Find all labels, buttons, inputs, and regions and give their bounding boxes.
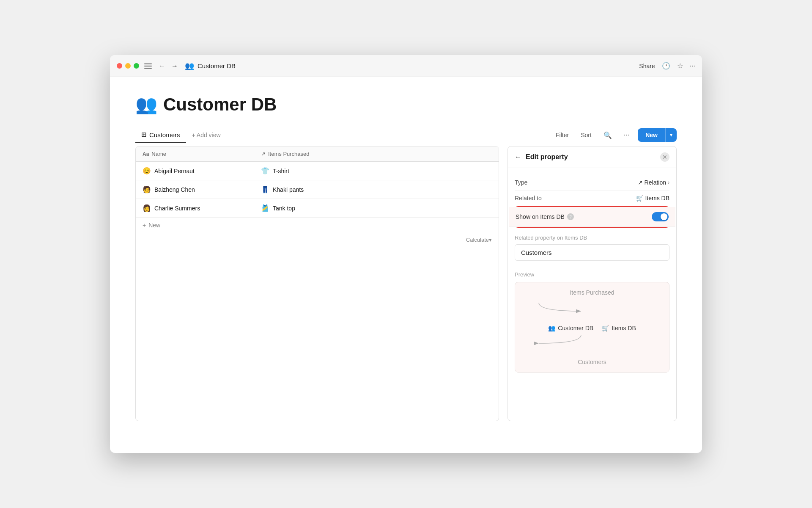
data-table: Aa Name ↗ Items Purchased 😊 Abigail Pern…: [135, 146, 499, 421]
page-content: 👥 Customer DB ⊞ Customers + Add view Fil…: [110, 77, 702, 453]
tab-customers[interactable]: ⊞ Customers: [135, 127, 186, 143]
view-tabs: ⊞ Customers + Add view: [135, 127, 225, 143]
minimize-button[interactable]: [125, 63, 131, 69]
back-button[interactable]: ←: [157, 61, 167, 71]
titlebar-title: 👥 Customer DB: [185, 61, 634, 71]
cell-item-1: 👕 T-shirt: [254, 162, 499, 180]
panel-title: Edit property: [526, 153, 656, 161]
panel-close-button[interactable]: ✕: [660, 152, 669, 162]
panel-body: Type ↗ Relation › Related to 🛒 Items DB: [508, 168, 676, 384]
table-row[interactable]: 🧑 Baizheng Chen 👖 Khaki pants: [136, 180, 499, 199]
preview-section: Preview Items Purchased: [515, 266, 669, 378]
maximize-button[interactable]: [134, 63, 139, 69]
sort-button[interactable]: Sort: [577, 129, 595, 141]
page-emoji: 👥: [135, 94, 157, 115]
view-actions: Filter Sort 🔍 ··· New ▾: [552, 128, 677, 142]
show-on-items-db-section: Show on Items DB ? ←: [515, 206, 669, 228]
show-on-inner: Show on Items DB ? ←: [516, 207, 669, 227]
panel-type-row: Type ↗ Relation ›: [515, 175, 669, 190]
customer-db-emoji: 👥: [548, 325, 555, 331]
main-layout: Aa Name ↗ Items Purchased 😊 Abigail Pern…: [135, 143, 677, 421]
preview-bottom-connector: [522, 331, 662, 357]
forward-button[interactable]: →: [170, 61, 180, 71]
titlebar: ← → 👥 Customer DB Share 🕐 ☆ ···: [110, 55, 702, 77]
page-title: 👥 Customer DB: [135, 94, 677, 115]
show-on-toggle[interactable]: [652, 212, 669, 221]
table-icon: ⊞: [141, 131, 147, 138]
item-icon-2: 👖: [261, 185, 269, 193]
page-heading: Customer DB: [163, 94, 277, 115]
traffic-lights: [117, 63, 139, 69]
related-property-section: Related property on Items DB: [515, 229, 669, 266]
menu-icon[interactable]: [144, 62, 152, 70]
item-icon-1: 👕: [261, 167, 269, 175]
preview-bottom-label: Customers: [578, 359, 606, 365]
preview-top-connector: [522, 299, 662, 325]
close-button[interactable]: [117, 63, 122, 69]
edit-property-panel: ← Edit property ✕ Type ↗ Relation ›: [508, 146, 677, 421]
preview-label: Preview: [515, 271, 669, 278]
titlebar-actions: Share 🕐 ☆ ···: [639, 62, 695, 70]
col-items-label: Items Purchased: [268, 151, 310, 157]
add-row-button[interactable]: + New: [136, 218, 499, 233]
avatar-1: 😊: [143, 167, 151, 175]
share-button[interactable]: Share: [639, 63, 655, 69]
search-icon[interactable]: 🔍: [600, 129, 615, 142]
avatar-2: 🧑: [143, 185, 151, 193]
panel-related-to-row: Related to 🛒 Items DB: [515, 190, 669, 206]
related-to-value[interactable]: 🛒 Items DB: [636, 195, 669, 202]
name-1: Abigail Pernaut: [154, 168, 195, 174]
show-on-label: Show on Items DB: [516, 213, 565, 220]
calculate-label: Calculate: [466, 237, 489, 243]
name-2: Baizheng Chen: [154, 186, 195, 193]
type-label: Type: [515, 179, 527, 186]
text-icon: Aa: [143, 151, 149, 157]
add-row-label: New: [148, 222, 160, 229]
info-icon[interactable]: ?: [567, 213, 574, 220]
related-to-label: Related to: [515, 195, 542, 202]
preview-items-db: 🛒 Items DB: [602, 325, 636, 331]
add-view-button[interactable]: + Add view: [188, 128, 225, 142]
table-row[interactable]: 😊 Abigail Pernaut 👕 T-shirt: [136, 162, 499, 180]
tab-customers-label: Customers: [149, 131, 180, 138]
table-body: 😊 Abigail Pernaut 👕 T-shirt 🧑 Baizheng C…: [136, 162, 499, 218]
history-icon[interactable]: 🕐: [662, 62, 670, 70]
table-header: Aa Name ↗ Items Purchased: [136, 146, 499, 162]
related-property-input[interactable]: [515, 244, 669, 261]
items-db-emoji-preview: 🛒: [602, 325, 609, 331]
cell-name-2: 🧑 Baizheng Chen: [136, 180, 254, 199]
new-button-chevron[interactable]: ▾: [665, 128, 677, 142]
show-on-row: Show on Items DB ?: [509, 207, 675, 227]
cell-name-3: 👩 Charlie Summers: [136, 199, 254, 217]
panel-header: ← Edit property ✕: [508, 146, 676, 168]
items-db-name-preview: Items DB: [612, 325, 636, 331]
nav-arrows: ← →: [157, 61, 180, 71]
col-header-name: Aa Name: [136, 146, 254, 161]
item-name-1: T-shirt: [273, 168, 289, 174]
type-value[interactable]: ↗ Relation ›: [638, 179, 669, 186]
plus-icon: +: [143, 222, 146, 229]
name-3: Charlie Summers: [154, 205, 200, 212]
table-row[interactable]: 👩 Charlie Summers 🎽 Tank top: [136, 199, 499, 218]
cell-item-3: 🎽 Tank top: [254, 199, 499, 217]
customer-db-name: Customer DB: [558, 325, 593, 331]
relation-icon: ↗: [261, 151, 266, 157]
more-options-icon[interactable]: ···: [690, 62, 695, 70]
more-options-button[interactable]: ···: [620, 129, 633, 141]
app-window: ← → 👥 Customer DB Share 🕐 ☆ ··· 👥 Custom…: [110, 55, 702, 453]
new-button[interactable]: New: [638, 128, 665, 142]
cell-item-2: 👖 Khaki pants: [254, 180, 499, 199]
cell-name-1: 😊 Abigail Pernaut: [136, 162, 254, 180]
titlebar-title-text: Customer DB: [198, 62, 236, 69]
panel-back-button[interactable]: ←: [515, 153, 521, 161]
calculate-button[interactable]: Calculate ▾: [136, 233, 499, 246]
add-view-label: + Add view: [192, 132, 221, 138]
type-chevron: ›: [668, 179, 669, 185]
item-icon-3: 🎽: [261, 204, 269, 212]
star-icon[interactable]: ☆: [677, 62, 683, 70]
related-prop-label: Related property on Items DB: [515, 235, 669, 241]
show-label-group: Show on Items DB ?: [516, 213, 574, 220]
filter-button[interactable]: Filter: [552, 129, 572, 141]
col-header-items[interactable]: ↗ Items Purchased: [254, 146, 499, 161]
calculate-chevron: ▾: [489, 237, 492, 243]
